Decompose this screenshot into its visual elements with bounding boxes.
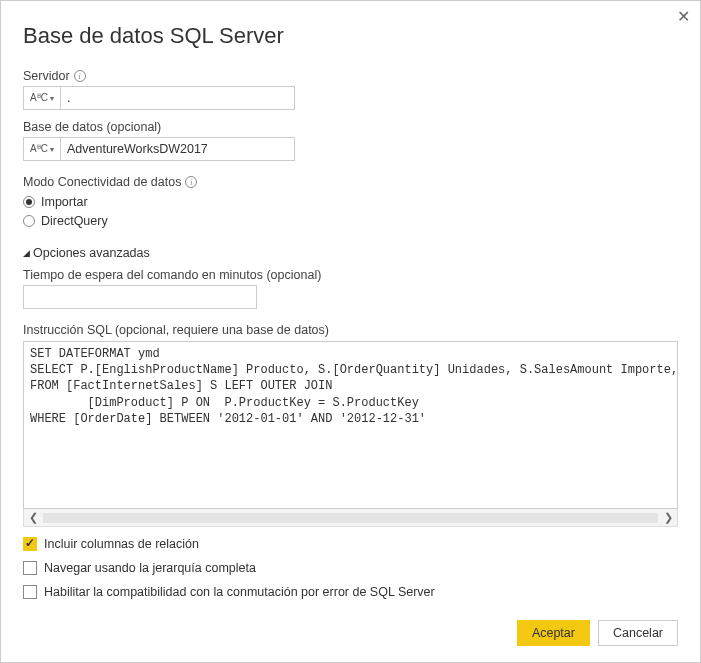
- check-relation[interactable]: Incluir columnas de relación: [23, 537, 678, 551]
- radio-import-label: Importar: [41, 195, 88, 209]
- abc-icon: AᴮC: [30, 144, 48, 154]
- check-hierarchy[interactable]: Navegar usando la jerarquía completa: [23, 561, 678, 575]
- abc-icon: AᴮC: [30, 93, 48, 103]
- check-relation-input[interactable]: [23, 537, 37, 551]
- check-hierarchy-label: Navegar usando la jerarquía completa: [44, 561, 256, 575]
- check-failover-label: Habilitar la compatibilidad con la conmu…: [44, 585, 435, 599]
- database-input[interactable]: [61, 137, 295, 161]
- connectivity-label-text: Modo Conectividad de datos: [23, 175, 181, 189]
- scroll-track[interactable]: [43, 513, 658, 523]
- server-input[interactable]: [61, 86, 295, 110]
- server-label-text: Servidor: [23, 69, 70, 83]
- info-icon[interactable]: i: [185, 176, 197, 188]
- database-label: Base de datos (opcional): [23, 120, 678, 134]
- chevron-down-icon: ▾: [50, 94, 54, 103]
- scroll-right-icon[interactable]: ❯: [659, 509, 677, 526]
- check-relation-label: Incluir columnas de relación: [44, 537, 199, 551]
- sql-horizontal-scrollbar[interactable]: ❮ ❯: [23, 509, 678, 527]
- sql-label: Instrucción SQL (opcional, requiere una …: [23, 323, 678, 337]
- radio-import[interactable]: Importar: [23, 195, 678, 209]
- connectivity-label: Modo Conectividad de datos i: [23, 175, 678, 189]
- database-type-selector[interactable]: AᴮC ▾: [23, 137, 61, 161]
- sql-textarea[interactable]: SET DATEFORMAT ymd SELECT P.[EnglishProd…: [23, 341, 678, 509]
- advanced-options-label: Opciones avanzadas: [33, 246, 150, 260]
- close-icon[interactable]: ✕: [677, 7, 690, 26]
- cancel-button[interactable]: Cancelar: [598, 620, 678, 646]
- radio-directquery[interactable]: DirectQuery: [23, 214, 678, 228]
- dialog-title: Base de datos SQL Server: [23, 23, 678, 49]
- ok-button[interactable]: Aceptar: [517, 620, 590, 646]
- check-failover[interactable]: Habilitar la compatibilidad con la conmu…: [23, 585, 678, 599]
- server-label: Servidor i: [23, 69, 678, 83]
- check-hierarchy-input[interactable]: [23, 561, 37, 575]
- timeout-label: Tiempo de espera del comando en minutos …: [23, 268, 678, 282]
- check-failover-input[interactable]: [23, 585, 37, 599]
- info-icon[interactable]: i: [74, 70, 86, 82]
- radio-directquery-input[interactable]: [23, 215, 35, 227]
- chevron-down-icon: ▾: [50, 145, 54, 154]
- scroll-left-icon[interactable]: ❮: [24, 509, 42, 526]
- advanced-options-toggle[interactable]: ◢ Opciones avanzadas: [23, 246, 678, 260]
- server-type-selector[interactable]: AᴮC ▾: [23, 86, 61, 110]
- timeout-input[interactable]: [23, 285, 257, 309]
- radio-directquery-label: DirectQuery: [41, 214, 108, 228]
- triangle-down-icon: ◢: [23, 248, 30, 258]
- radio-import-input[interactable]: [23, 196, 35, 208]
